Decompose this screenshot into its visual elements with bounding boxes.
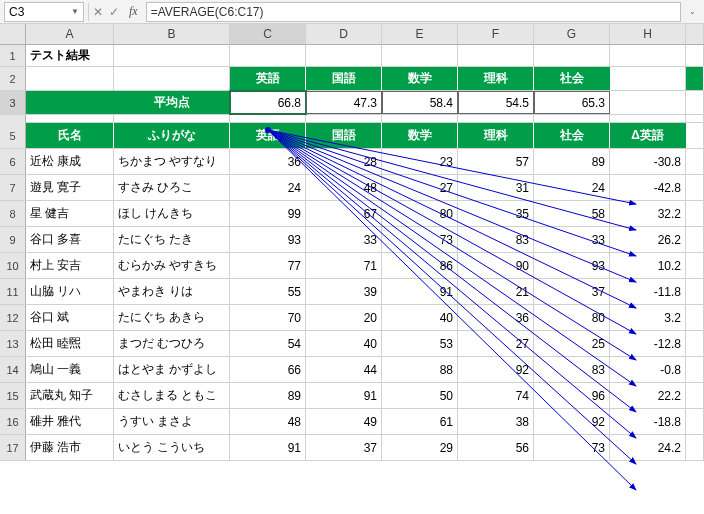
cell[interactable]: たにぐち たき xyxy=(114,227,230,252)
cell[interactable]: 35 xyxy=(458,201,534,226)
cell[interactable]: 山脇 リハ xyxy=(26,279,114,304)
row-header[interactable]: 12 xyxy=(0,305,26,330)
cell[interactable] xyxy=(686,279,704,304)
cell[interactable]: 83 xyxy=(458,227,534,252)
cell[interactable]: 10.2 xyxy=(610,253,686,278)
cell[interactable]: 理科 xyxy=(458,67,534,90)
cell[interactable]: 23 xyxy=(382,149,458,174)
cell[interactable]: 57 xyxy=(458,149,534,174)
cell[interactable]: 47.3 xyxy=(306,91,382,114)
cell[interactable]: 74 xyxy=(458,383,534,408)
col-header-B[interactable]: B xyxy=(114,24,230,44)
cell[interactable]: 89 xyxy=(230,383,306,408)
cell[interactable]: 鳩山 一義 xyxy=(26,357,114,382)
fx-icon[interactable]: fx xyxy=(125,4,142,19)
row-header[interactable]: 17 xyxy=(0,435,26,460)
cell[interactable]: 58 xyxy=(534,201,610,226)
cell[interactable]: -42.8 xyxy=(610,175,686,200)
cell[interactable] xyxy=(686,383,704,408)
col-header-D[interactable]: D xyxy=(306,24,382,44)
cell[interactable]: テスト結果 xyxy=(26,45,114,66)
cell[interactable]: 90 xyxy=(458,253,534,278)
cell[interactable] xyxy=(610,67,686,90)
cell[interactable]: 65.3 xyxy=(534,91,610,114)
cell[interactable]: 20 xyxy=(306,305,382,330)
cell[interactable] xyxy=(114,45,230,66)
col-header-A[interactable]: A xyxy=(26,24,114,44)
cell[interactable]: 92 xyxy=(458,357,534,382)
spreadsheet-grid[interactable]: A B C D E F G H 1 テスト結果 2 英語 国語 数学 理科 社会 xyxy=(0,24,704,461)
cell[interactable]: 国語 xyxy=(306,123,382,148)
cell[interactable] xyxy=(610,91,686,114)
cell[interactable]: 32.2 xyxy=(610,201,686,226)
row-header[interactable]: 5 xyxy=(0,123,26,148)
cell[interactable] xyxy=(114,67,230,90)
cell[interactable]: 39 xyxy=(306,279,382,304)
row-header[interactable]: 15 xyxy=(0,383,26,408)
cell[interactable] xyxy=(686,305,704,330)
cell[interactable]: 星 健吉 xyxy=(26,201,114,226)
col-header-G[interactable]: G xyxy=(534,24,610,44)
cell[interactable] xyxy=(686,123,704,148)
cell[interactable]: 96 xyxy=(534,383,610,408)
cell[interactable] xyxy=(686,435,704,460)
expand-formula-icon[interactable]: ⌄ xyxy=(685,7,700,16)
cell[interactable]: 33 xyxy=(306,227,382,252)
cell[interactable]: 92 xyxy=(534,409,610,434)
cell[interactable]: Δ英語 xyxy=(610,123,686,148)
cell[interactable]: 22.2 xyxy=(610,383,686,408)
col-header-F[interactable]: F xyxy=(458,24,534,44)
cell[interactable]: 36 xyxy=(458,305,534,330)
col-header-E[interactable]: E xyxy=(382,24,458,44)
cell[interactable] xyxy=(26,91,114,114)
cell[interactable]: たにぐち あきら xyxy=(114,305,230,330)
cell[interactable]: 伊藤 浩市 xyxy=(26,435,114,460)
cell[interactable]: 21 xyxy=(458,279,534,304)
cell[interactable]: 数学 xyxy=(382,67,458,90)
cell[interactable]: 理科 xyxy=(458,123,534,148)
col-header-I[interactable] xyxy=(686,24,704,44)
row-header[interactable]: 8 xyxy=(0,201,26,226)
select-all-corner[interactable] xyxy=(0,24,26,44)
cell[interactable] xyxy=(114,115,230,122)
cell[interactable]: 49 xyxy=(306,409,382,434)
cell[interactable] xyxy=(26,67,114,90)
cell[interactable]: 英語 xyxy=(230,67,306,90)
cell[interactable] xyxy=(686,149,704,174)
row-header[interactable]: 13 xyxy=(0,331,26,356)
cell[interactable]: 48 xyxy=(306,175,382,200)
cell[interactable]: 33 xyxy=(534,227,610,252)
cell[interactable]: 24.2 xyxy=(610,435,686,460)
cell[interactable] xyxy=(686,409,704,434)
cell[interactable]: 38 xyxy=(458,409,534,434)
cell[interactable]: はとやま かずよし xyxy=(114,357,230,382)
cell[interactable]: 99 xyxy=(230,201,306,226)
cell[interactable]: 56 xyxy=(458,435,534,460)
cell[interactable]: 91 xyxy=(230,435,306,460)
cell[interactable] xyxy=(686,115,704,122)
cell[interactable]: 24 xyxy=(534,175,610,200)
cell[interactable] xyxy=(686,201,704,226)
cell[interactable] xyxy=(458,45,534,66)
cancel-icon[interactable]: ✕ xyxy=(93,5,103,19)
cell[interactable]: 武蔵丸 知子 xyxy=(26,383,114,408)
cell[interactable]: 31 xyxy=(458,175,534,200)
col-header-C[interactable]: C xyxy=(230,24,306,44)
name-box[interactable]: C3 ▼ xyxy=(4,2,84,22)
cell[interactable] xyxy=(306,45,382,66)
cell[interactable] xyxy=(534,45,610,66)
cell[interactable]: ふりがな xyxy=(114,123,230,148)
cell[interactable]: 27 xyxy=(382,175,458,200)
cell[interactable] xyxy=(382,115,458,122)
row-header[interactable]: 10 xyxy=(0,253,26,278)
cell[interactable]: 88 xyxy=(382,357,458,382)
cell[interactable]: 村上 安吉 xyxy=(26,253,114,278)
cell[interactable]: 松田 睦煕 xyxy=(26,331,114,356)
cell[interactable]: 碓井 雅代 xyxy=(26,409,114,434)
cell[interactable]: 61 xyxy=(382,409,458,434)
cell[interactable]: 数学 xyxy=(382,123,458,148)
cell[interactable]: 26.2 xyxy=(610,227,686,252)
cell[interactable]: むさしまる ともこ xyxy=(114,383,230,408)
formula-input[interactable]: =AVERAGE(C6:C17) xyxy=(146,2,681,22)
cell[interactable]: 80 xyxy=(534,305,610,330)
